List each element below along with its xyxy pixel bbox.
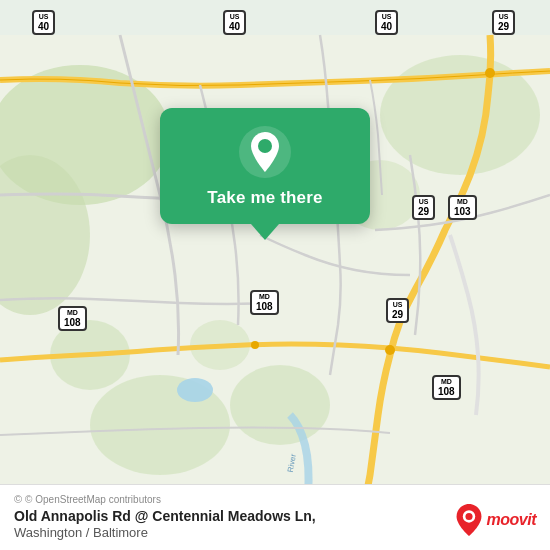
route-sign-us40-1: US 40 xyxy=(32,10,55,35)
svg-point-15 xyxy=(258,139,272,153)
copyright-text: © OpenStreetMap contributors xyxy=(25,494,161,505)
svg-point-17 xyxy=(465,513,472,520)
moovit-logo: moovit xyxy=(455,504,536,536)
route-sign-md108-1: MD 108 xyxy=(58,306,87,331)
map-background: River xyxy=(0,0,550,550)
svg-point-13 xyxy=(251,341,259,349)
map-container: River US 40 US 40 xyxy=(0,0,550,550)
route-sign-us29-1: US 29 xyxy=(492,10,515,35)
route-sign-us40-2: US 40 xyxy=(223,10,246,35)
route-sign-us29-3: US 29 xyxy=(386,298,409,323)
copyright-symbol: © xyxy=(14,493,22,505)
svg-point-12 xyxy=(385,345,395,355)
route-sign-md103: MD 103 xyxy=(448,195,477,220)
svg-point-10 xyxy=(177,378,213,402)
route-sign-md108-3: MD 108 xyxy=(432,375,461,400)
popup-label[interactable]: Take me there xyxy=(207,188,322,208)
route-sign-us29-2: US 29 xyxy=(412,195,435,220)
location-popup[interactable]: Take me there xyxy=(160,108,370,224)
location-pin-icon xyxy=(239,126,291,178)
route-sign-us40-3: US 40 xyxy=(375,10,398,35)
moovit-brand-text: moovit xyxy=(487,511,536,529)
svg-point-4 xyxy=(230,365,330,445)
moovit-pin-icon xyxy=(455,504,483,536)
svg-point-11 xyxy=(485,68,495,78)
route-sign-md108-2: MD 108 xyxy=(250,290,279,315)
